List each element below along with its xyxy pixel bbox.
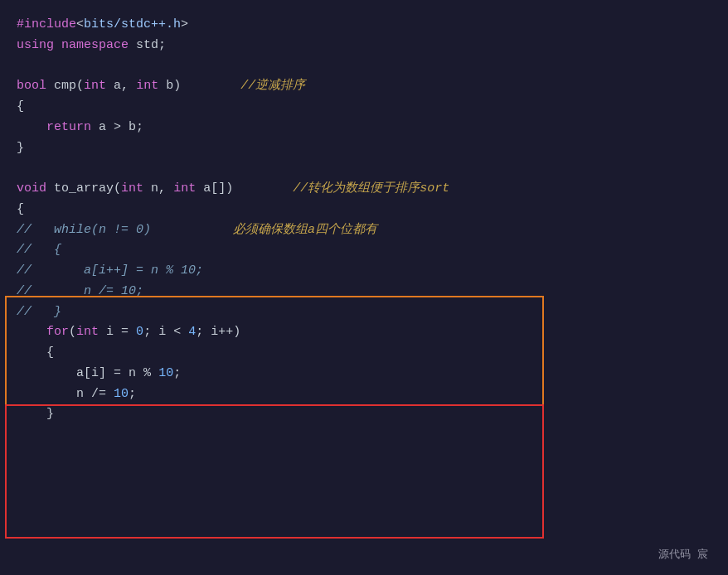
code-line-l12: // {	[17, 240, 711, 261]
code-line-l3	[17, 56, 711, 77]
code-line-l10: {	[17, 200, 711, 220]
code-line-l15: // }	[17, 302, 711, 323]
code-line-l19: n /= 10;	[17, 384, 711, 405]
code-line-l1: #include<bits/stdc++.h>	[17, 15, 711, 36]
code-line-l17: {	[17, 343, 711, 364]
code-line-l8	[17, 158, 711, 179]
code-line-l2: using namespace std;	[17, 36, 711, 56]
watermark: 源代码 宸	[658, 546, 708, 563]
code-line-l13: // a[i++] = n % 10;	[17, 261, 711, 282]
code-lines: #include<bits/stdc++.h>using namespace s…	[17, 15, 711, 425]
code-line-l6: return a > b;	[17, 118, 711, 138]
code-line-l18: a[i] = n % 10;	[17, 364, 711, 384]
code-line-l14: // n /= 10;	[17, 282, 711, 302]
code-line-l7: }	[17, 138, 711, 159]
code-line-l9: void to_array(int n, int a[]) //转化为数组便于排…	[17, 179, 711, 200]
code-line-l16: for(int i = 0; i < 4; i++)	[17, 322, 711, 343]
code-line-l20: }	[17, 404, 711, 425]
code-line-l5: {	[17, 97, 711, 118]
code-line-l11: // while(n != 0) 必须确保数组a四个位都有	[17, 220, 711, 241]
code-editor: #include<bits/stdc++.h>using namespace s…	[0, 0, 728, 575]
code-line-l4: bool cmp(int a, int b) //逆减排序	[17, 76, 711, 97]
